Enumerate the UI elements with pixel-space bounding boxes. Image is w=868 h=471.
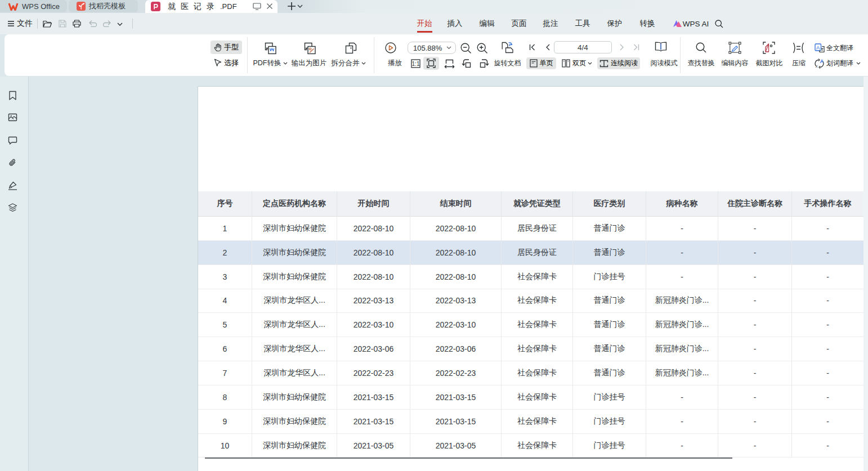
svg-text:A: A (820, 59, 824, 64)
svg-text:1:1: 1:1 (412, 61, 420, 67)
svg-text:A: A (816, 44, 820, 51)
svg-text:x: x (816, 64, 818, 69)
